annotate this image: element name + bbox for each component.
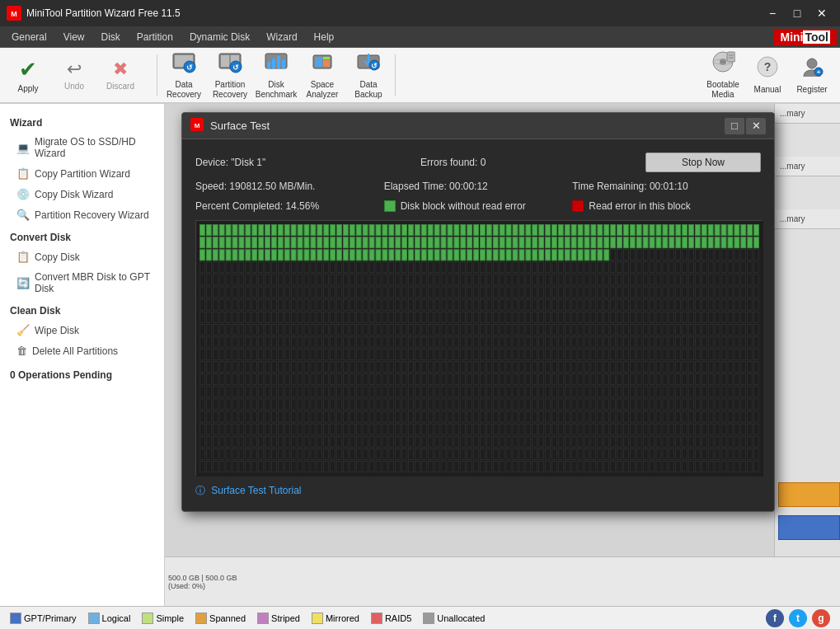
- data-backup-label: Data Backup: [350, 80, 387, 100]
- legend-spanned-swatch: [195, 613, 207, 624]
- partition-recovery-wiz-icon: 🔍: [16, 209, 30, 221]
- disk-bottom-row: 500.0 GB | 500.0 GB (Used: 0%): [165, 556, 840, 606]
- svg-rect-14: [277, 56, 280, 68]
- menu-dynamic-disk[interactable]: Dynamic Disk: [181, 29, 258, 45]
- legend-raid5-swatch: [371, 613, 382, 624]
- register-button[interactable]: + Register: [791, 51, 833, 99]
- legend-mirrored-swatch: [312, 613, 323, 624]
- toolbar-divider-1: [157, 54, 157, 96]
- partition-recovery-button[interactable]: ↺ PartitionRecovery: [209, 51, 251, 99]
- operations-pending: 0 Operations Pending: [0, 361, 164, 389]
- menu-wizard[interactable]: Wizard: [258, 29, 305, 45]
- menu-view[interactable]: View: [55, 29, 93, 45]
- copy-disk2-icon: 📋: [16, 251, 30, 263]
- copy-disk-label: Copy Disk Wizard: [35, 189, 113, 200]
- apply-button[interactable]: ✔ Apply: [7, 51, 49, 99]
- svg-rect-18: [323, 60, 330, 67]
- sidebar-item-migrate-os[interactable]: 💻 Migrate OS to SSD/HD Wizard: [0, 132, 164, 163]
- copy-partition-icon: 📋: [16, 167, 30, 180]
- menu-general[interactable]: General: [3, 29, 55, 45]
- facebook-icon[interactable]: f: [766, 609, 784, 627]
- disk-label-text: 500.0 GB | 500.0 GB (Used: 0%): [168, 574, 259, 590]
- menu-disk[interactable]: Disk: [93, 29, 129, 45]
- surface-test-canvas: [196, 221, 763, 476]
- undo-button[interactable]: ↩ Undo: [53, 51, 96, 99]
- sidebar-item-copy-disk2[interactable]: 📋 Copy Disk: [0, 246, 164, 267]
- undo-icon: ↩: [67, 59, 82, 80]
- sidebar-item-partition-recovery-wiz[interactable]: 🔍 Partition Recovery Wizard: [0, 204, 164, 225]
- legend-logical-swatch: [88, 613, 100, 624]
- svg-text:↺: ↺: [186, 63, 193, 72]
- bootable-media-label: BootableMedia: [706, 80, 739, 100]
- manual-label: Manual: [754, 85, 781, 95]
- surface-test-tutorial-link[interactable]: Surface Test Tutorial: [211, 485, 301, 496]
- surface-test-maximize-button[interactable]: □: [725, 118, 744, 134]
- manual-button[interactable]: ? Manual: [746, 51, 789, 99]
- legend-simple: Simple: [142, 613, 184, 624]
- disk-benchmark-button[interactable]: DiskBenchmark: [255, 51, 298, 99]
- surface-test-dialog: M Surface Test □ ✕ Device: "Disk 1" Erro…: [181, 112, 775, 512]
- sidebar-convert-disk-title: Convert Disk: [0, 225, 164, 246]
- legend-striped-swatch: [257, 613, 269, 624]
- toolbar: ✔ Apply ↩ Undo ✖ Discard ↺ DataRecovery: [0, 48, 840, 104]
- wipe-disk-label: Wipe Disk: [35, 325, 79, 336]
- legend-bar: GPT/Primary Logical Simple Spanned Strip…: [0, 606, 840, 629]
- wipe-disk-icon: 🧹: [16, 324, 30, 336]
- legend-striped: Striped: [257, 613, 300, 624]
- toolbar-action-group: ✔ Apply ↩ Undo ✖ Discard: [7, 51, 142, 99]
- sidebar-wizard-title: Wizard: [0, 110, 164, 132]
- svg-rect-19: [323, 57, 330, 59]
- social-icons: f t g: [766, 609, 830, 627]
- close-button[interactable]: ✕: [810, 4, 833, 22]
- surface-test-close-button[interactable]: ✕: [746, 118, 766, 134]
- minimize-button[interactable]: −: [761, 4, 784, 22]
- sidebar: Wizard 💻 Migrate OS to SSD/HD Wizard 📋 C…: [0, 104, 165, 606]
- st-elapsed: Elapsed Time: 00:00:12: [384, 181, 573, 192]
- st-legend-red-swatch: [572, 200, 584, 212]
- surface-test-titlebar: M Surface Test □ ✕: [182, 113, 774, 139]
- operations-pending-text: 0 Operations Pending: [10, 369, 112, 381]
- window-controls: − □ ✕: [761, 4, 833, 22]
- svg-text:M: M: [195, 122, 200, 129]
- maximize-button[interactable]: □: [786, 4, 809, 22]
- google-icon[interactable]: g: [812, 609, 830, 627]
- legend-striped-label: Striped: [271, 613, 300, 623]
- sidebar-item-convert-mbr-gpt[interactable]: 🔄 Convert MBR Disk to GPT Disk: [0, 267, 164, 298]
- disk-benchmark-icon: [264, 50, 289, 78]
- sidebar-item-wipe-disk[interactable]: 🧹 Wipe Disk: [0, 320, 164, 340]
- data-recovery-icon: ↺: [171, 50, 196, 78]
- data-recovery-button[interactable]: ↺ DataRecovery: [162, 51, 205, 99]
- legend-mirrored: Mirrored: [312, 613, 359, 624]
- discard-button[interactable]: ✖ Discard: [99, 51, 142, 99]
- svg-rect-12: [267, 62, 270, 68]
- sidebar-item-copy-partition[interactable]: 📋 Copy Partition Wizard: [0, 163, 164, 184]
- right-panel-item-2: ...mary: [775, 157, 840, 176]
- sidebar-item-delete-partitions[interactable]: 🗑 Delete All Partitions: [0, 340, 164, 361]
- sidebar-item-copy-disk[interactable]: 💿 Copy Disk Wizard: [0, 184, 164, 204]
- st-info-row-3: Percent Completed: 14.56% Disk block wit…: [195, 200, 761, 212]
- legend-gpt-primary-swatch: [10, 613, 21, 624]
- menu-help[interactable]: Help: [306, 29, 343, 45]
- menu-partition[interactable]: Partition: [129, 29, 181, 45]
- partition-recovery-icon: ↺: [218, 50, 242, 78]
- svg-text:?: ?: [764, 60, 772, 73]
- partition-recovery-label: PartitionRecovery: [213, 80, 247, 100]
- st-legend-red: Read error in this block: [572, 200, 761, 212]
- data-backup-button[interactable]: ↺ Data Backup: [347, 51, 390, 99]
- st-speed: Speed: 190812.50 MB/Min.: [195, 181, 384, 192]
- legend-simple-label: Simple: [156, 613, 184, 623]
- title-bar: M MiniTool Partition Wizard Free 11.5 − …: [0, 0, 840, 26]
- discard-label: Discard: [106, 82, 134, 92]
- svg-point-31: [807, 59, 817, 68]
- disk-part-orange: [778, 482, 840, 507]
- stop-now-button[interactable]: Stop Now: [645, 153, 761, 172]
- apply-icon: ✔: [19, 57, 37, 82]
- right-panel-item-3: ...mary: [775, 209, 840, 229]
- legend-mirrored-label: Mirrored: [326, 613, 359, 623]
- space-analyzer-button[interactable]: SpaceAnalyzer: [301, 51, 344, 99]
- surface-test-body: Device: "Disk 1" Errors found: 0 Stop No…: [182, 139, 774, 511]
- twitter-icon[interactable]: t: [789, 609, 807, 627]
- space-analyzer-label: SpaceAnalyzer: [307, 80, 339, 100]
- bootable-media-button[interactable]: BootableMedia: [702, 51, 744, 99]
- data-backup-icon: ↺: [356, 50, 381, 78]
